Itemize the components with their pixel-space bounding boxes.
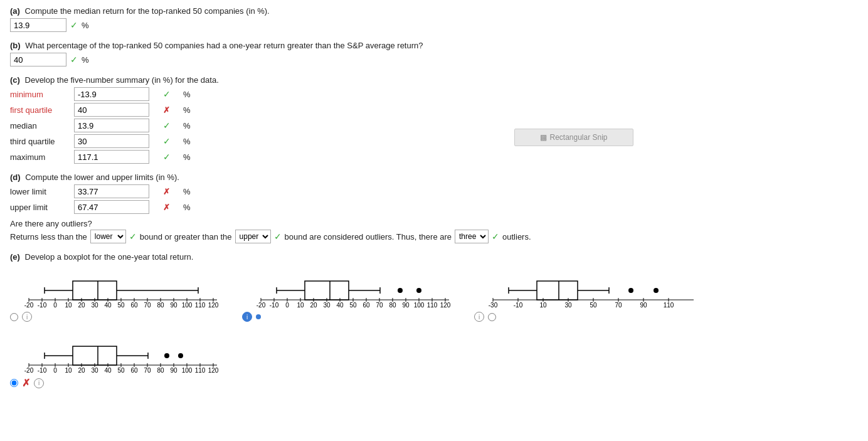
unit-q3: % — [183, 137, 196, 146]
svg-text:-10: -10 — [38, 367, 47, 374]
answer-input-a[interactable] — [10, 18, 66, 32]
unit-minimum: % — [183, 90, 196, 99]
svg-text:90: 90 — [170, 367, 177, 374]
svg-text:0: 0 — [53, 367, 57, 374]
outlier-dropdown-2[interactable]: lower upper — [235, 230, 271, 243]
svg-text:-20: -20 — [24, 302, 34, 309]
info-icon-bp2[interactable]: i — [242, 312, 252, 322]
unit-q1: % — [183, 105, 196, 115]
svg-point-107 — [164, 353, 169, 358]
svg-text:120: 120 — [208, 302, 219, 309]
svg-text:0: 0 — [53, 302, 57, 309]
question-a: (a) Compute the median return for the to… — [10, 6, 858, 16]
svg-text:50: 50 — [117, 302, 125, 309]
boxplot-1-svg: -20 -10 0 10 20 30 40 50 60 — [10, 265, 223, 309]
answer-input-b[interactable] — [10, 53, 66, 66]
check-icon-a: ✓ — [70, 20, 78, 30]
svg-text:70: 70 — [615, 302, 622, 309]
radio-row-3: i — [474, 312, 496, 322]
unit-max: % — [183, 152, 196, 162]
selected-dot-bp2 — [256, 314, 261, 319]
svg-text:-10: -10 — [270, 302, 279, 309]
svg-text:20: 20 — [310, 302, 317, 309]
answer-row-b: ✓ % — [10, 53, 858, 66]
input-minimum[interactable] — [74, 87, 149, 101]
svg-text:90: 90 — [170, 302, 177, 309]
svg-text:10: 10 — [539, 302, 547, 309]
input-median[interactable] — [74, 119, 149, 132]
outlier-question-text: Are there any outliers? — [10, 219, 858, 228]
limits-form: lower limit ✗ % upper limit ✗ % — [10, 184, 858, 214]
outlier-check-1: ✓ — [129, 231, 137, 242]
svg-rect-39 — [305, 281, 349, 300]
outlier-text-2: bound or greater than the — [140, 232, 232, 242]
check-q3: ✓ — [163, 136, 182, 146]
svg-text:10: 10 — [65, 367, 72, 374]
unit-a: % — [82, 21, 89, 30]
radio-bp4[interactable] — [10, 379, 18, 387]
svg-text:120: 120 — [440, 302, 451, 309]
boxplots-row-2: -20 -10 0 10 20 30 40 50 60 — [10, 331, 858, 389]
outlier-check-2: ✓ — [274, 231, 282, 242]
answer-row-a: ✓ % — [10, 18, 858, 32]
radio-row-1: i — [10, 312, 32, 322]
check-minimum: ✓ — [163, 89, 182, 99]
outlier-check-3: ✓ — [492, 231, 499, 242]
label-upper: upper limit — [10, 203, 73, 212]
svg-text:110: 110 — [195, 302, 206, 309]
info-icon-bp1[interactable]: i — [22, 312, 32, 322]
radio-bp1[interactable] — [10, 313, 18, 321]
svg-text:110: 110 — [664, 302, 674, 309]
svg-text:70: 70 — [144, 367, 151, 374]
svg-text:20: 20 — [78, 302, 85, 309]
unit-median: % — [183, 121, 196, 130]
input-lower[interactable] — [74, 184, 149, 198]
svg-text:0: 0 — [285, 302, 289, 309]
section-d: (d) Compute the lower and upper limits (… — [10, 173, 858, 243]
svg-text:40: 40 — [336, 302, 344, 309]
question-c: (c) Develop the five-number summary (in … — [10, 75, 858, 85]
boxplot-2-container: -20 -10 0 10 20 30 40 50 60 — [242, 265, 455, 322]
boxplot-3-container: -30 -10 10 30 50 70 90 110 — [474, 265, 700, 322]
svg-rect-2 — [73, 281, 117, 300]
svg-text:30: 30 — [91, 367, 98, 374]
svg-text:20: 20 — [78, 367, 85, 374]
svg-text:80: 80 — [157, 302, 164, 309]
label-minimum: minimum — [10, 90, 73, 99]
outlier-dropdown-1[interactable]: lower upper — [90, 230, 126, 243]
svg-text:30: 30 — [91, 302, 98, 309]
info-icon-bp3[interactable]: i — [474, 312, 484, 322]
outlier-dropdown-3[interactable]: zero one two three four — [455, 230, 489, 243]
question-e: (e) Develop a boxplot for the one-year t… — [10, 252, 858, 262]
input-upper[interactable] — [74, 200, 149, 214]
outlier-question: Are there any outliers? Returns less tha… — [10, 219, 858, 243]
snip-placeholder: ▩ Rectangular Snip — [514, 129, 633, 146]
svg-text:50: 50 — [590, 302, 597, 309]
five-number-summary: minimum ✓ % first quartile ✗ % median ✓ … — [10, 87, 858, 164]
input-q3[interactable] — [74, 134, 149, 148]
svg-text:40: 40 — [104, 367, 112, 374]
check-q1: ✗ — [163, 105, 182, 115]
svg-text:-20: -20 — [24, 367, 34, 374]
boxplot-2-svg: -20 -10 0 10 20 30 40 50 60 — [242, 265, 455, 309]
svg-text:80: 80 — [157, 367, 164, 374]
outlier-text-4: outliers. — [502, 232, 531, 242]
info-icon-bp4[interactable]: i — [34, 378, 44, 388]
svg-text:90: 90 — [640, 302, 647, 309]
radio-bp3[interactable] — [488, 313, 496, 321]
unit-lower: % — [183, 187, 196, 196]
label-q3: third quartile — [10, 137, 73, 146]
input-q1[interactable] — [74, 103, 149, 117]
svg-text:100: 100 — [414, 302, 425, 309]
svg-rect-103 — [73, 346, 117, 365]
svg-point-83 — [654, 288, 659, 293]
svg-text:80: 80 — [389, 302, 396, 309]
input-max[interactable] — [74, 150, 149, 164]
svg-point-82 — [628, 288, 633, 293]
svg-text:100: 100 — [182, 367, 193, 374]
svg-text:60: 60 — [130, 302, 138, 309]
svg-point-108 — [178, 353, 183, 358]
outlier-row: Returns less than the lower upper ✓ boun… — [10, 230, 858, 243]
svg-text:110: 110 — [427, 302, 438, 309]
boxplot-4-container: -20 -10 0 10 20 30 40 50 60 — [10, 331, 223, 389]
